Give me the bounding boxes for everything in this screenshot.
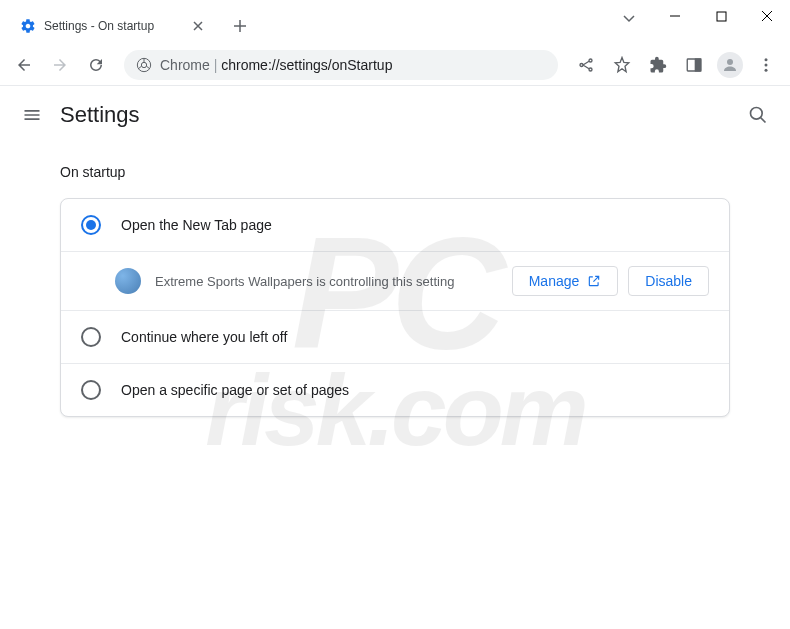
svg-point-5 [589, 68, 592, 71]
section-title: On startup [60, 164, 730, 180]
minimize-button[interactable] [652, 0, 698, 32]
extension-notice: Extreme Sports Wallpapers is controlling… [61, 252, 729, 311]
reload-button[interactable] [80, 49, 112, 81]
settings-header: Settings [0, 86, 790, 144]
omnibox[interactable]: Chrome | chrome://settings/onStartup [124, 50, 558, 80]
gear-icon [20, 18, 36, 34]
share-icon[interactable] [570, 49, 602, 81]
window-controls [606, 0, 790, 36]
content-area: On startup Open the New Tab page Extreme… [0, 144, 790, 437]
extensions-icon[interactable] [642, 49, 674, 81]
avatar-icon [717, 52, 743, 78]
svg-point-9 [727, 59, 733, 65]
forward-button[interactable] [44, 49, 76, 81]
external-link-icon [587, 274, 601, 288]
notice-text: Extreme Sports Wallpapers is controlling… [155, 274, 498, 289]
toolbar: Chrome | chrome://settings/onStartup [0, 44, 790, 86]
browser-tab[interactable]: Settings - On startup [8, 9, 218, 43]
radio-icon [81, 215, 101, 235]
svg-rect-8 [696, 59, 701, 71]
side-panel-icon[interactable] [678, 49, 710, 81]
tab-title: Settings - On startup [44, 19, 182, 33]
titlebar: Settings - On startup [0, 0, 790, 44]
radio-icon [81, 380, 101, 400]
svg-rect-0 [717, 12, 726, 21]
svg-point-4 [589, 59, 592, 62]
maximize-button[interactable] [698, 0, 744, 32]
new-tab-button[interactable] [226, 12, 254, 40]
hamburger-menu-icon[interactable] [20, 103, 44, 127]
svg-point-13 [751, 108, 763, 120]
svg-point-10 [765, 58, 768, 61]
radio-open-new-tab[interactable]: Open the New Tab page [61, 199, 729, 252]
page-title: Settings [60, 102, 730, 128]
radio-continue[interactable]: Continue where you left off [61, 311, 729, 364]
svg-point-11 [765, 63, 768, 66]
startup-card: Open the New Tab page Extreme Sports Wal… [60, 198, 730, 417]
action-buttons: Manage Disable [512, 266, 709, 296]
close-window-button[interactable] [744, 0, 790, 32]
radio-specific-page[interactable]: Open a specific page or set of pages [61, 364, 729, 416]
chevron-down-icon[interactable] [606, 0, 652, 36]
omnibox-text: Chrome | chrome://settings/onStartup [160, 57, 392, 73]
radio-icon [81, 327, 101, 347]
svg-point-3 [580, 63, 583, 66]
chrome-icon [136, 57, 152, 73]
radio-label: Open a specific page or set of pages [121, 382, 709, 398]
search-icon[interactable] [746, 103, 770, 127]
svg-point-2 [141, 62, 146, 67]
profile-button[interactable] [714, 49, 746, 81]
radio-label: Continue where you left off [121, 329, 709, 345]
radio-label: Open the New Tab page [121, 217, 709, 233]
back-button[interactable] [8, 49, 40, 81]
svg-point-12 [765, 68, 768, 71]
close-tab-icon[interactable] [190, 18, 206, 34]
menu-button[interactable] [750, 49, 782, 81]
disable-button[interactable]: Disable [628, 266, 709, 296]
extension-icon [115, 268, 141, 294]
bookmark-icon[interactable] [606, 49, 638, 81]
manage-button[interactable]: Manage [512, 266, 619, 296]
